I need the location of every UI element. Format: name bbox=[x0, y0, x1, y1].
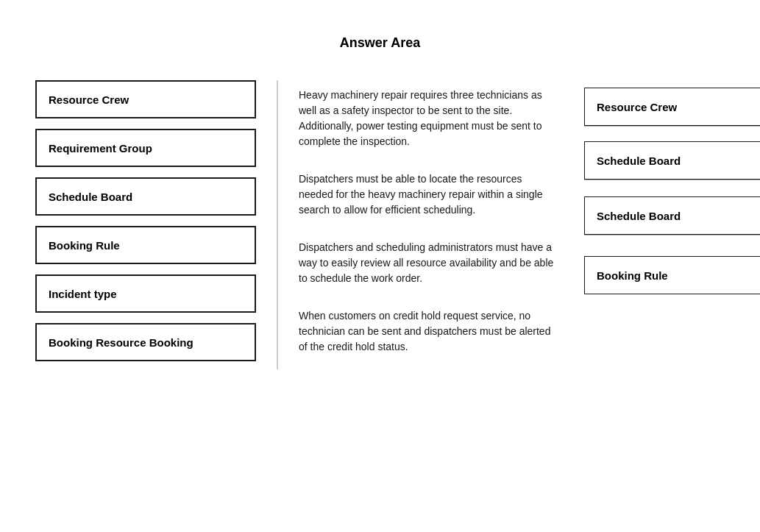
scenario-3: Dispatchers and scheduling administrator… bbox=[299, 233, 564, 301]
column-divider bbox=[277, 80, 278, 369]
answer-slot-3[interactable]: Schedule Board bbox=[584, 196, 760, 235]
answer-slot-4[interactable]: Booking Rule bbox=[584, 256, 760, 294]
option-incident-type[interactable]: Incident type bbox=[35, 274, 256, 313]
left-options-panel: Resource Crew Requirement Group Schedule… bbox=[35, 80, 256, 369]
option-requirement-group[interactable]: Requirement Group bbox=[35, 129, 256, 167]
scenarios-panel: Heavy machinery repair requires three te… bbox=[299, 80, 564, 369]
scenario-4: When customers on credit hold request se… bbox=[299, 301, 564, 369]
option-resource-crew[interactable]: Resource Crew bbox=[35, 80, 256, 118]
option-booking-resource-booking[interactable]: Booking Resource Booking bbox=[35, 323, 256, 361]
page-title: Answer Area bbox=[0, 0, 760, 80]
answer-slot-2[interactable]: Schedule Board bbox=[584, 141, 760, 180]
scenario-1: Heavy machinery repair requires three te… bbox=[299, 80, 564, 164]
scenario-2: Dispatchers must be able to locate the r… bbox=[299, 164, 564, 233]
answer-slot-1[interactable]: Resource Crew bbox=[584, 88, 760, 126]
option-schedule-board[interactable]: Schedule Board bbox=[35, 177, 256, 216]
answers-panel: Resource Crew Schedule Board Schedule Bo… bbox=[584, 80, 760, 369]
option-booking-rule[interactable]: Booking Rule bbox=[35, 226, 256, 264]
